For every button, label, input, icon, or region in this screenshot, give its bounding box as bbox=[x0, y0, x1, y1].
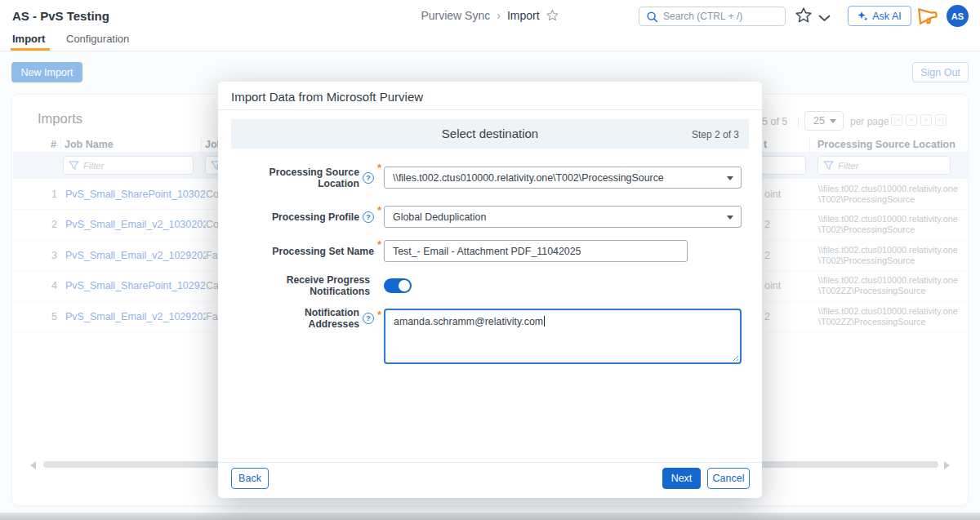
resize-handle-icon[interactable] bbox=[731, 353, 738, 361]
top-bar: AS - PvS Testing Purview Sync › Import A… bbox=[0, 0, 980, 33]
label-text: Processing Profile bbox=[272, 211, 359, 223]
global-search bbox=[639, 7, 786, 26]
field-label-receive-progress: Receive Progress Notifications bbox=[231, 271, 381, 300]
search-icon bbox=[646, 11, 658, 23]
label-text: Processing Set Name bbox=[272, 246, 374, 257]
select-value: \\files.t002.ctus010000.relativity.one\T… bbox=[393, 172, 664, 184]
app-screen: AS - PvS Testing Purview Sync › Import A… bbox=[0, 0, 980, 520]
step-title: Select destination bbox=[231, 127, 749, 140]
megaphone-icon[interactable] bbox=[916, 4, 939, 29]
breadcrumb: Purview Sync › Import bbox=[421, 9, 559, 22]
field-label-notification-addresses: Notification Addresses bbox=[231, 310, 381, 327]
cancel-button[interactable]: Cancel bbox=[707, 468, 750, 489]
ask-ai-button[interactable]: Ask AI bbox=[848, 6, 911, 26]
caret-down-icon bbox=[727, 176, 733, 180]
workspace-title: AS - PvS Testing bbox=[12, 9, 109, 23]
tab-configuration[interactable]: Configuration bbox=[66, 33, 129, 45]
toggle-knob bbox=[399, 280, 410, 291]
divider bbox=[218, 462, 762, 463]
receive-progress-toggle[interactable] bbox=[384, 278, 412, 293]
user-avatar[interactable]: AS bbox=[947, 5, 969, 27]
sparkle-icon bbox=[858, 11, 868, 21]
field-label-processing-set-name: Processing Set Name bbox=[231, 240, 381, 262]
breadcrumb-separator: › bbox=[497, 9, 501, 22]
label-text: Notification Addresses bbox=[255, 307, 359, 330]
step-indicator: Step 2 of 3 bbox=[692, 129, 739, 140]
ask-ai-label: Ask AI bbox=[872, 11, 901, 22]
next-button[interactable]: Next bbox=[662, 468, 701, 489]
search-input[interactable] bbox=[663, 11, 790, 22]
divider bbox=[218, 109, 762, 110]
label-text: Processing Source Location bbox=[255, 167, 359, 189]
help-icon[interactable] bbox=[363, 313, 374, 324]
help-icon[interactable] bbox=[363, 172, 374, 184]
import-modal: Import Data from Microsoft Purview Selec… bbox=[218, 82, 762, 498]
notification-addresses-textarea[interactable]: amanda.schramm@relativity.com bbox=[384, 309, 742, 364]
field-label-processing-profile: Processing Profile bbox=[231, 206, 381, 228]
favorite-star-icon[interactable] bbox=[546, 9, 559, 22]
caret-down-icon bbox=[727, 216, 733, 220]
back-button[interactable]: Back bbox=[231, 468, 269, 489]
bottom-strip bbox=[0, 513, 980, 520]
required-asterisk bbox=[377, 206, 381, 216]
textarea-value: amanda.schramm@relativity.com bbox=[394, 316, 543, 327]
favorites-star-icon[interactable] bbox=[795, 7, 813, 27]
tab-bar: Import Configuration bbox=[0, 33, 980, 51]
label-text: Receive Progress Notifications bbox=[265, 274, 370, 297]
breadcrumb-current: Import bbox=[507, 9, 540, 22]
required-asterisk bbox=[377, 310, 381, 320]
breadcrumb-parent-link[interactable]: Purview Sync bbox=[421, 9, 490, 22]
processing-source-location-select[interactable]: \\files.t002.ctus010000.relativity.one\T… bbox=[384, 167, 742, 189]
required-asterisk bbox=[377, 163, 381, 173]
select-value: Global Deduplication bbox=[393, 211, 486, 223]
tab-import[interactable]: Import bbox=[12, 33, 45, 45]
step-header: Select destination Step 2 of 3 bbox=[231, 119, 749, 149]
help-icon[interactable] bbox=[363, 211, 374, 223]
processing-profile-select[interactable]: Global Deduplication bbox=[384, 206, 742, 228]
chevron-down-icon[interactable] bbox=[818, 12, 831, 24]
processing-set-name-input[interactable] bbox=[384, 240, 688, 262]
modal-title: Import Data from Microsoft Purview bbox=[231, 90, 423, 104]
field-label-processing-source-location: Processing Source Location bbox=[231, 163, 381, 193]
required-asterisk bbox=[377, 240, 381, 250]
text-cursor bbox=[544, 316, 545, 327]
